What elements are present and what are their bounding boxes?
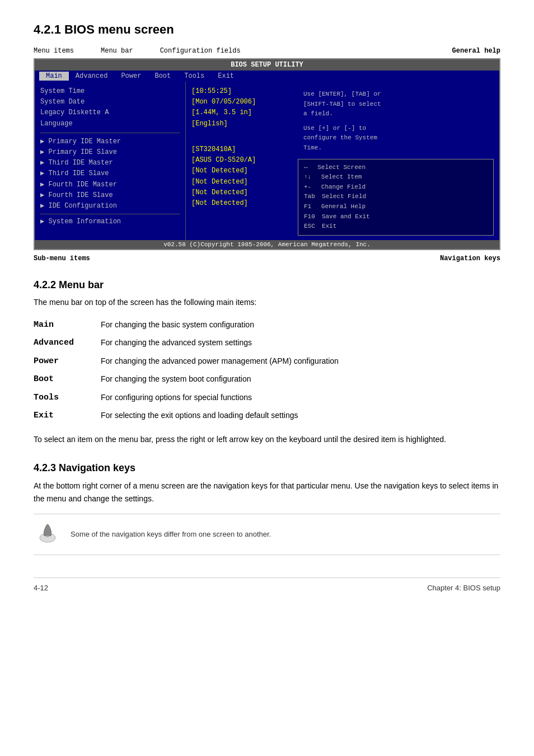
bios-menu-main[interactable]: Main <box>39 72 69 81</box>
bios-sub-fourth-master: Fourth IDE Master <box>40 180 180 190</box>
bios-value-language: [English] <box>191 119 287 129</box>
table-row: Advanced For changing the advanced syste… <box>34 334 500 353</box>
bios-menu-advanced[interactable]: Advanced <box>69 72 115 81</box>
bios-menu-tools[interactable]: Tools <box>177 72 211 81</box>
bios-titlebar: BIOS SETUP UTILITY <box>35 59 499 71</box>
menu-bar-table: Main For changing the basic system confi… <box>34 316 500 425</box>
section-422-outro: To select an item on the menu bar, press… <box>34 433 500 445</box>
bios-value-third-master: [Not Detected] <box>191 166 287 176</box>
menu-desc-power: For changing the advanced power manageme… <box>101 353 500 371</box>
label-sub-menu-items: Sub-menu items <box>34 255 90 262</box>
section-422: 4.2.2 Menu bar The menu bar on top of th… <box>34 279 500 445</box>
top-labels: Menu items Menu bar Configuration fields… <box>34 47 500 55</box>
bios-static-items: System Time System Date Legacy Diskette … <box>40 86 180 133</box>
table-row: Boot For changing the system boot config… <box>34 370 500 389</box>
bios-screen: BIOS SETUP UTILITY Main Advanced Power B… <box>34 58 500 250</box>
bios-sub-third-slave: Third IDE Slave <box>40 168 180 179</box>
bios-system-info: System Information <box>40 217 180 227</box>
footer-page-number: 4-12 <box>34 584 48 592</box>
menu-key-boot: Boot <box>34 370 101 389</box>
section-423: 4.2.3 Navigation keys At the bottom righ… <box>34 462 500 555</box>
bios-menu-power[interactable]: Power <box>114 72 148 81</box>
section-422-intro: The menu bar on top of the screen has th… <box>34 297 500 308</box>
section-422-heading: 4.2.2 Menu bar <box>34 279 500 291</box>
bios-diagram: Menu items Menu bar Configuration fields… <box>34 47 500 262</box>
bios-sub-fourth-slave: Fourth IDE Slave <box>40 190 180 201</box>
bios-value-fourth-master: [Not Detected] <box>191 187 287 198</box>
table-row: Power For changing the advanced power ma… <box>34 353 500 371</box>
bios-footer: v02.58 (C)Copyright 1985-2006, American … <box>35 240 499 249</box>
bios-value-date: [Mon 07/05/2006] <box>191 97 287 107</box>
label-menu-items: Menu items <box>34 47 74 55</box>
left-labels: Menu items Menu bar Configuration fields <box>34 47 241 55</box>
bios-menu-exit[interactable]: Exit <box>211 72 241 81</box>
note-box: Some of the navigation keys differ from … <box>34 514 500 555</box>
bios-value-primary-slave: [ASUS CD-S520/A] <box>191 155 287 166</box>
bios-right-panel: Use [ENTER], [TAB] or [SHIFT-TAB] to sel… <box>292 82 499 240</box>
menu-desc-advanced: For changing the advanced system setting… <box>101 334 500 353</box>
label-general-help: General help <box>452 47 500 55</box>
menu-key-exit: Exit <box>34 407 101 425</box>
label-navigation-keys: Navigation keys <box>440 255 500 262</box>
bios-menubar: Main Advanced Power Boot Tools Exit <box>35 71 499 82</box>
menu-desc-tools: For configuring options for special func… <box>101 389 500 407</box>
bios-item-system-time: System Time <box>40 86 180 97</box>
menu-desc-main: For changing the basic system configurat… <box>101 316 500 335</box>
menu-desc-boot: For changing the system boot configurati… <box>101 370 500 389</box>
bios-value-space <box>191 134 287 144</box>
bios-sub-ide-config: IDE Configuration <box>40 201 180 212</box>
section-423-heading: 4.2.3 Navigation keys <box>34 462 500 474</box>
bios-nav-keys: ↔ Select Screen ↑↓ Select Item +- Change… <box>298 159 494 236</box>
bios-sub-primary-master: Primary IDE Master <box>40 137 180 147</box>
section-421: 4.2.1 BIOS menu screen Menu items Menu b… <box>34 22 500 262</box>
note-text: Some of the navigation keys differ from … <box>71 529 271 540</box>
bios-item-system-date: System Date <box>40 97 180 107</box>
menu-desc-exit: For selecting the exit options and loadi… <box>101 407 500 425</box>
bios-help-text: Use [ENTER], [TAB] or [SHIFT-TAB] to sel… <box>298 86 494 157</box>
menu-key-advanced: Advanced <box>34 334 101 353</box>
bios-value-third-slave: [Not Detected] <box>191 177 287 187</box>
bios-sub-items: Primary IDE Master Primary IDE Slave Thi… <box>40 137 180 212</box>
bios-sub-third-master: Third IDE Master <box>40 158 180 168</box>
menu-key-main: Main <box>34 316 101 335</box>
page-footer: 4-12 Chapter 4: BIOS setup <box>34 577 500 592</box>
bios-value-time: [10:55:25] <box>191 86 287 97</box>
menu-key-power: Power <box>34 353 101 371</box>
footer-chapter: Chapter 4: BIOS setup <box>427 584 500 592</box>
label-menu-bar: Menu bar <box>101 47 133 55</box>
bios-value-primary-master: [ST320410A] <box>191 144 287 155</box>
bios-value-fourth-slave: [Not Detected] <box>191 198 287 209</box>
note-icon <box>34 520 62 549</box>
bios-sub-primary-slave: Primary IDE Slave <box>40 147 180 158</box>
menu-key-tools: Tools <box>34 389 101 407</box>
bios-separator <box>40 214 180 214</box>
bios-item-language: Language <box>40 119 180 129</box>
pencil-icon <box>35 520 60 544</box>
bios-body: System Time System Date Legacy Diskette … <box>35 82 499 240</box>
bios-left-panel: System Time System Date Legacy Diskette … <box>35 82 186 240</box>
table-row: Main For changing the basic system confi… <box>34 316 500 335</box>
bios-menu-boot[interactable]: Boot <box>148 72 177 81</box>
table-row: Exit For selecting the exit options and … <box>34 407 500 425</box>
section-421-heading: 4.2.1 BIOS menu screen <box>34 22 500 37</box>
table-row: Tools For configuring options for specia… <box>34 389 500 407</box>
bios-value-diskette: [1.44M, 3.5 in] <box>191 107 287 118</box>
bios-center-panel: [10:55:25] [Mon 07/05/2006] [1.44M, 3.5 … <box>186 82 292 240</box>
bottom-labels: Sub-menu items Navigation keys <box>34 255 500 262</box>
section-423-para1: At the bottom right corner of a menu scr… <box>34 480 500 505</box>
bios-item-legacy-diskette: Legacy Diskette A <box>40 107 180 118</box>
label-config-fields: Configuration fields <box>160 47 241 55</box>
